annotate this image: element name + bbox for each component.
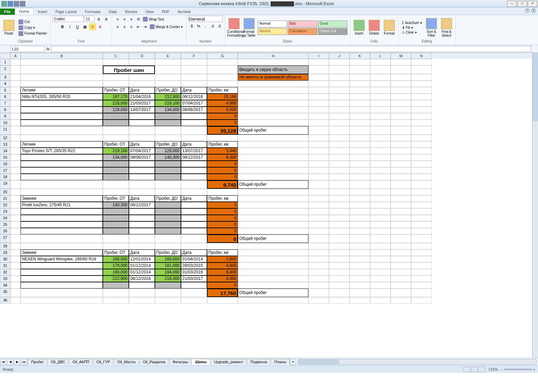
cell-B21[interactable]: Зимняя (21, 195, 103, 202)
cell-D12[interactable] (129, 135, 155, 141)
tab-formulas[interactable]: Formulas (81, 9, 105, 15)
cell-J17[interactable] (329, 167, 350, 174)
cell-B14[interactable]: Toyo Proxes S/T, 285/35 R22 (21, 148, 103, 154)
cell-L31[interactable] (370, 262, 391, 269)
cell-D14[interactable]: 07/04/2017 (129, 148, 155, 154)
sheet-tab-Upgrade_ремонт[interactable]: Upgrade_ремонт (210, 359, 247, 365)
col-head-N[interactable]: N (411, 53, 432, 59)
cell-J31[interactable] (329, 262, 350, 269)
cell-N30[interactable] (411, 256, 432, 262)
cell-J9[interactable] (329, 113, 350, 120)
sheet-tab-Фильтры[interactable]: Фильтры (169, 359, 192, 365)
cell-A2[interactable] (10, 65, 21, 74)
cell-L11[interactable] (370, 126, 391, 135)
cell-J13[interactable] (329, 141, 350, 148)
cell-F34[interactable] (181, 282, 207, 289)
cell-C24[interactable] (103, 215, 129, 221)
cell-D3[interactable] (129, 74, 155, 81)
cell-D9[interactable] (129, 113, 155, 120)
cell-L2[interactable] (370, 65, 391, 74)
cell-E14[interactable]: 129,000 (155, 148, 181, 154)
cell-K11[interactable] (350, 126, 370, 135)
cell-K25[interactable] (350, 221, 370, 228)
cell-C20[interactable] (103, 189, 129, 195)
cell-H20[interactable] (238, 189, 308, 195)
cell-G22[interactable]: 0 (207, 202, 238, 208)
cell-D33[interactable]: 06/12/2016 (129, 275, 155, 282)
cell-D36[interactable] (129, 297, 155, 304)
cell-J22[interactable] (329, 202, 350, 208)
cell-G15[interactable]: 6,300 (207, 154, 238, 161)
cell-E28[interactable] (155, 243, 181, 249)
cell-F2[interactable] (181, 65, 207, 74)
cell-I27[interactable] (308, 234, 329, 243)
grow-font-button[interactable]: A (95, 16, 102, 23)
cell-L1[interactable] (370, 59, 391, 65)
cell-L33[interactable] (370, 275, 391, 282)
cell-A11[interactable] (10, 126, 21, 135)
horizontal-scrollbar[interactable] (298, 359, 537, 365)
maximize-button[interactable]: □ (517, 1, 527, 7)
cell-I19[interactable] (308, 180, 329, 189)
cell-B2[interactable] (21, 65, 103, 74)
cell-L25[interactable] (370, 221, 391, 228)
cell-H27[interactable]: Общий пробег (238, 234, 308, 243)
row-head-25[interactable]: 25 (0, 221, 10, 228)
cell-D19[interactable] (129, 180, 155, 189)
cell-N12[interactable] (411, 135, 432, 141)
cell-C1[interactable] (103, 59, 129, 65)
cell-A22[interactable] (10, 202, 21, 208)
number-format-select[interactable] (188, 16, 223, 22)
cell-M3[interactable] (391, 74, 411, 81)
cell-D5[interactable]: Дата (129, 87, 155, 94)
cell-H18[interactable] (238, 174, 308, 180)
cell-M29[interactable] (391, 249, 411, 256)
cell-G2[interactable] (207, 65, 238, 74)
cell-G21[interactable]: Пробег, км (207, 195, 238, 202)
cell-H6[interactable] (238, 94, 308, 100)
cell-K27[interactable] (350, 234, 370, 243)
cell-J14[interactable] (329, 148, 350, 154)
select-all-corner[interactable] (0, 53, 10, 59)
cell-I30[interactable] (308, 256, 329, 262)
row-head-19[interactable]: 19 (0, 180, 10, 189)
cell-C16[interactable] (103, 161, 129, 167)
cell-N10[interactable] (411, 120, 432, 126)
cell-F29[interactable]: Дата (181, 249, 207, 256)
cell-M5[interactable] (391, 87, 411, 94)
cell-M13[interactable] (391, 141, 411, 148)
cell-G3[interactable] (207, 74, 238, 81)
cell-B23[interactable] (21, 208, 103, 215)
cell-C33[interactable]: 212,900 (103, 275, 129, 282)
cell-D22[interactable]: 08/12/2017 (129, 202, 155, 208)
sheet-tab-Oil_АКПП[interactable]: Oil_АКПП (69, 359, 93, 365)
row-head-24[interactable]: 24 (0, 215, 10, 221)
cell-N36[interactable] (411, 297, 432, 304)
cell-I31[interactable] (308, 262, 329, 269)
cell-A25[interactable] (10, 221, 21, 228)
cell-D26[interactable] (129, 228, 155, 234)
autosum-button[interactable]: Σ AutoSum ▾ (401, 21, 423, 25)
col-head-F[interactable]: F (181, 53, 207, 59)
cell-E15[interactable]: 140,300 (155, 154, 181, 161)
cell-C19[interactable] (103, 180, 129, 189)
cell-L18[interactable] (370, 174, 391, 180)
cell-A35[interactable] (10, 289, 21, 297)
cell-L14[interactable] (370, 148, 391, 154)
cell-I18[interactable] (308, 174, 329, 180)
cell-B22[interactable]: Pirelli IceZero, 275/45 R21 (21, 202, 103, 208)
cell-I17[interactable] (308, 167, 329, 174)
cell-E30[interactable]: 169,000 (155, 256, 181, 262)
align-top-button[interactable]: ≡ (114, 16, 121, 23)
cell-L8[interactable] (370, 107, 391, 113)
font-color-button[interactable]: A (97, 23, 103, 30)
cell-C3[interactable] (103, 74, 129, 81)
cell-E33[interactable]: 216,000 (155, 275, 181, 282)
cell-C9[interactable] (103, 113, 129, 120)
cell-C8[interactable]: 129,000 (103, 107, 129, 113)
cell-K31[interactable] (350, 262, 370, 269)
cell-G14[interactable]: 3,440 (207, 148, 238, 154)
save-icon[interactable] (8, 1, 13, 7)
cell-E20[interactable] (155, 189, 181, 195)
cell-I12[interactable] (308, 135, 329, 141)
